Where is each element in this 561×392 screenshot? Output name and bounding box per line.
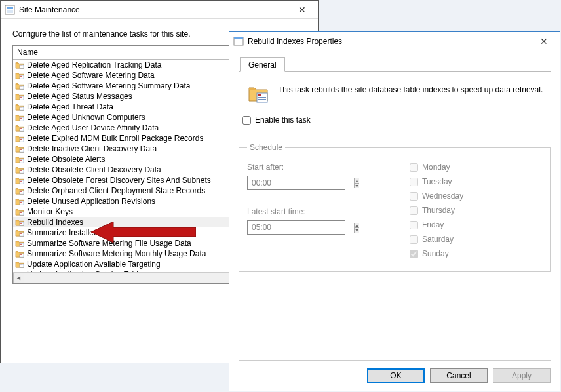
svg-rect-11 (20, 107, 24, 110)
day-checkbox[interactable] (410, 178, 418, 186)
latest-start-label: Latest start time: (247, 207, 391, 216)
task-label: Delete Unused Application Revisions (27, 197, 155, 206)
task-label: Rebuild Indexes (27, 218, 83, 227)
day-checkbox[interactable] (410, 192, 418, 201)
task-label: Delete Aged Software Metering Data (27, 71, 155, 80)
svg-rect-35 (20, 233, 24, 236)
svg-rect-49 (258, 94, 261, 96)
task-label: Delete Inactive Client Discovery Data (27, 144, 157, 153)
svg-rect-5 (20, 75, 24, 79)
svg-rect-50 (258, 97, 266, 98)
svg-rect-27 (20, 191, 24, 194)
day-thursday[interactable]: Thursday (410, 203, 542, 218)
tab-general[interactable]: General (240, 57, 285, 72)
day-friday[interactable]: Friday (410, 218, 542, 232)
svg-rect-20 (20, 149, 22, 150)
svg-rect-30 (20, 202, 22, 203)
task-label: Update Application Available Targeting (27, 260, 161, 269)
folder-icon (14, 144, 25, 153)
folder-icon (14, 260, 25, 269)
task-label: Delete Orphaned Client Deployment State … (27, 186, 205, 195)
svg-rect-6 (20, 76, 22, 77)
enable-task-checkbox[interactable]: Enable this task (239, 111, 551, 130)
folder-icon (14, 113, 25, 122)
apply-button[interactable]: Apply (493, 368, 551, 383)
day-tuesday[interactable]: Tuesday (410, 174, 542, 189)
svg-rect-33 (20, 222, 24, 225)
svg-rect-29 (20, 201, 24, 205)
day-checkbox[interactable] (410, 206, 418, 215)
folder-icon (14, 81, 25, 90)
day-label: Monday (422, 163, 450, 172)
task-label: Delete Aged Software Metering Summary Da… (27, 81, 190, 90)
svg-rect-17 (20, 138, 24, 142)
spin-down[interactable]: ▼ (355, 227, 359, 233)
day-label: Wednesday (422, 191, 463, 201)
cancel-button[interactable]: Cancel (430, 368, 488, 383)
close-button[interactable]: ✕ (290, 3, 314, 17)
latest-start-input[interactable] (248, 223, 354, 232)
day-checkbox[interactable] (410, 163, 418, 172)
svg-rect-34 (20, 223, 22, 224)
day-label: Thursday (422, 206, 455, 215)
svg-rect-18 (20, 139, 22, 140)
day-checkbox[interactable] (410, 235, 418, 244)
dialog-buttons: OK Cancel Apply (239, 360, 551, 383)
latest-start-spinner[interactable]: ▲ ▼ (247, 220, 345, 235)
schedule-legend: Schedule (247, 143, 285, 152)
day-sunday[interactable]: Sunday (410, 246, 542, 261)
folder-icon (14, 165, 25, 174)
svg-rect-10 (20, 97, 22, 98)
window-title: Site Maintenance (19, 5, 290, 14)
task-icon (248, 83, 269, 104)
folder-icon (14, 228, 25, 237)
folder-icon (14, 92, 25, 101)
task-label: Monitor Keys (27, 207, 73, 216)
day-wednesday[interactable]: Wednesday (410, 189, 542, 203)
spin-up[interactable]: ▲ (355, 178, 359, 183)
svg-rect-38 (20, 244, 22, 245)
svg-rect-9 (20, 96, 24, 100)
folder-icon (14, 155, 25, 164)
folder-icon (14, 218, 25, 227)
day-label: Sunday (422, 249, 449, 258)
svg-rect-2 (7, 10, 13, 13)
day-checkbox[interactable] (410, 221, 418, 229)
folder-icon (14, 71, 25, 80)
svg-rect-22 (20, 160, 22, 161)
svg-rect-4 (20, 66, 22, 66)
rebuild-indexes-properties-window: Rebuild Indexes Properties ✕ General Thi… (229, 31, 560, 391)
svg-rect-41 (20, 264, 24, 267)
scroll-left-arrow[interactable]: ◄ (13, 273, 24, 283)
ok-button[interactable]: OK (367, 368, 425, 383)
window-title: Rebuild Indexes Properties (248, 37, 532, 46)
titlebar[interactable]: Rebuild Indexes Properties ✕ (229, 32, 560, 50)
svg-rect-15 (20, 128, 24, 131)
close-button[interactable]: ✕ (532, 34, 556, 49)
folder-icon (14, 60, 25, 69)
folder-icon (14, 102, 25, 111)
svg-rect-13 (20, 117, 24, 121)
spin-up[interactable]: ▲ (355, 223, 359, 227)
titlebar[interactable]: Site Maintenance ✕ (1, 1, 318, 19)
task-label: Delete Obsolete Alerts (27, 155, 105, 164)
start-after-spinner[interactable]: ▲ ▼ (247, 176, 345, 190)
svg-rect-25 (20, 180, 24, 184)
properties-icon (233, 36, 244, 47)
enable-task-input[interactable] (242, 116, 251, 125)
day-checkbox[interactable] (410, 250, 418, 258)
schedule-group: Schedule Start after: ▲ ▼ Latest start t… (239, 143, 551, 272)
svg-rect-31 (20, 212, 24, 215)
spin-down[interactable]: ▼ (355, 183, 359, 188)
day-monday[interactable]: Monday (410, 160, 542, 174)
svg-rect-37 (20, 243, 24, 246)
folder-icon (14, 186, 25, 195)
task-label: Delete Aged Status Messages (27, 92, 132, 101)
start-after-input[interactable] (248, 178, 354, 187)
day-label: Saturday (422, 235, 454, 244)
task-label: Summarize Software Metering File Usage D… (27, 239, 191, 248)
svg-rect-23 (20, 170, 24, 173)
task-label: Summarize Installed Software Data (27, 228, 150, 237)
svg-rect-8 (20, 87, 22, 87)
day-saturday[interactable]: Saturday (410, 232, 542, 246)
